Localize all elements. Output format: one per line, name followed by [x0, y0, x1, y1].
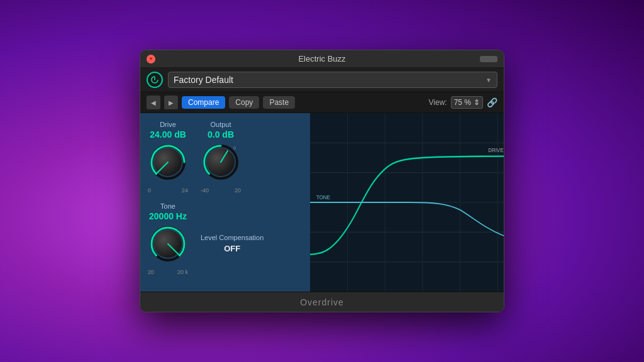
view-label: View:: [429, 98, 447, 107]
view-arrows-icon: ⇕: [474, 98, 480, 107]
power-button[interactable]: [147, 72, 163, 88]
copy-button[interactable]: Copy: [229, 96, 259, 109]
link-icon[interactable]: 🔗: [487, 97, 497, 107]
graph-svg: DRIVE TONE: [310, 113, 504, 292]
output-0-label: 0: [233, 146, 236, 150]
tone-min-label: 20: [148, 269, 154, 275]
toolbar-row1: Factory Default ▼: [140, 68, 504, 92]
bottom-title: Overdrive: [300, 297, 344, 307]
compare-button[interactable]: Compare: [182, 96, 225, 109]
graph-panel: DRIVE TONE: [310, 113, 504, 292]
level-compensation-group: Level Compensation OFF: [201, 202, 264, 277]
power-icon: [150, 75, 159, 84]
output-knob-svg: 0: [201, 142, 241, 182]
preset-dropdown-arrow: ▼: [486, 77, 492, 84]
prev-button[interactable]: ◀: [147, 96, 160, 109]
next-button[interactable]: ▶: [164, 96, 178, 109]
tone-graph-label: TONE: [316, 194, 330, 201]
plugin-window: Electric Buzz Factory Default ▼ ◀ ▶ Comp…: [140, 50, 504, 312]
tone-label: Tone: [160, 202, 175, 210]
view-control: View: 75 % ⇕ 🔗: [429, 96, 498, 109]
minimize-button[interactable]: [480, 56, 497, 62]
drive-knob-group: Drive 24.00 dB: [148, 121, 188, 195]
title-bar: Electric Buzz: [140, 50, 504, 68]
output-min-label: -40: [201, 187, 209, 194]
tone-knob-group: Tone 20000 Hz: [148, 202, 188, 277]
drive-value: 24.00 dB: [150, 129, 186, 140]
close-button[interactable]: [147, 55, 155, 63]
output-value: 0.0 dB: [208, 129, 234, 140]
tone-value: 20000 Hz: [149, 211, 187, 221]
view-value: 75 %: [454, 98, 471, 107]
main-content: Drive 24.00 dB: [140, 113, 504, 292]
output-knob[interactable]: 0 -40 20: [201, 142, 241, 185]
level-comp-value: OFF: [224, 244, 240, 253]
output-label: Output: [210, 121, 231, 128]
preset-name: Factory Default: [174, 75, 233, 85]
controls-panel: Drive 24.00 dB: [140, 113, 310, 292]
drive-min-label: 0: [148, 187, 151, 194]
drive-graph-label: DRIVE: [488, 146, 503, 153]
drive-knob[interactable]: 0 24: [148, 142, 188, 185]
knob-row-top: Drive 24.00 dB: [148, 121, 303, 195]
drive-knob-svg: [148, 142, 188, 182]
bottom-bar: Overdrive: [140, 292, 504, 312]
view-select[interactable]: 75 % ⇕: [451, 96, 483, 109]
paste-button[interactable]: Paste: [263, 96, 295, 109]
tone-max-label: 20 k: [177, 269, 188, 275]
tone-knob[interactable]: 20 20 k: [148, 224, 188, 266]
preset-selector[interactable]: Factory Default ▼: [168, 72, 497, 88]
drive-label: Drive: [160, 121, 176, 128]
drive-max-label: 24: [182, 187, 188, 194]
toolbar-row2: ◀ ▶ Compare Copy Paste View: 75 % ⇕ 🔗: [140, 92, 504, 113]
level-comp-label: Level Compensation: [201, 234, 264, 241]
tone-knob-svg: [148, 224, 188, 264]
knob-row-bottom: Tone 20000 Hz: [148, 202, 303, 277]
output-max-label: 20: [235, 187, 241, 194]
window-title: Electric Buzz: [298, 54, 345, 63]
output-knob-group: Output 0.0 dB 0: [201, 121, 241, 195]
